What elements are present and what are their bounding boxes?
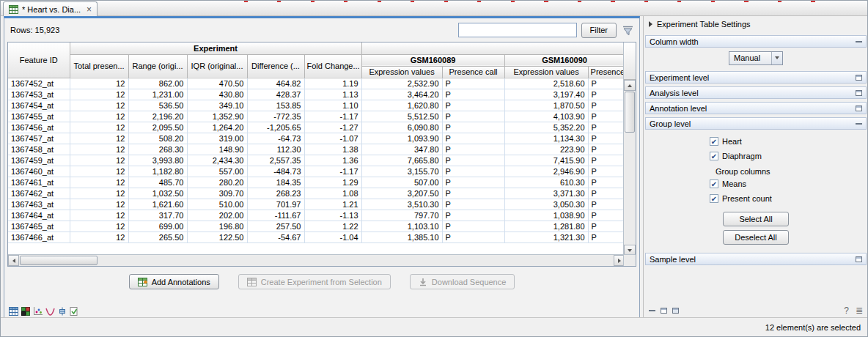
- table-cell: 112.30: [247, 144, 304, 155]
- table-cell: 12: [70, 78, 128, 89]
- volcano-plot-view-icon[interactable]: [45, 307, 55, 316]
- table-row[interactable]: 1367466_at12265.50122.50-54.67-1.041,385…: [8, 232, 625, 242]
- dock-panel-icon[interactable]: [672, 308, 679, 314]
- table-row[interactable]: 1367459_at123,993.802,434.302,557.351.36…: [8, 155, 625, 166]
- checkbox-row[interactable]: ✔Heart: [710, 135, 868, 148]
- table-row[interactable]: 1367454_at12536.50349.10153.851.101,620.…: [8, 100, 625, 111]
- col-header-iqr[interactable]: IQR (original...: [187, 54, 247, 78]
- col-header-presence-call-1[interactable]: Presence call: [442, 66, 504, 78]
- tab-close-icon[interactable]: ×: [87, 6, 92, 13]
- horizontal-scroll-thumb[interactable]: [20, 256, 98, 265]
- vertical-scroll-track[interactable]: [624, 91, 636, 245]
- group-header-gsm160089[interactable]: GSM160089: [361, 54, 504, 66]
- table-row[interactable]: 1367457_at12508.20319.00-64.73-1.071,093…: [8, 133, 625, 144]
- table-action-buttons: Add Annotations Create Experiment from S…: [4, 274, 639, 289]
- col-header-range[interactable]: Range (origi...: [128, 54, 187, 78]
- scroll-left-button[interactable]: [8, 255, 19, 266]
- table-cell: 1367453_at: [8, 89, 70, 100]
- group-header-gsm160090[interactable]: GSM160090: [504, 54, 625, 66]
- scroll-up-button[interactable]: [624, 80, 636, 91]
- filter-input[interactable]: [458, 23, 577, 37]
- expand-section-icon[interactable]: [856, 256, 862, 262]
- select-all-button[interactable]: Select All: [723, 212, 789, 226]
- vertical-scroll-thumb[interactable]: [625, 92, 635, 133]
- box-plot-view-icon[interactable]: [58, 307, 67, 316]
- table-row[interactable]: 1367452_at12862.00470.50464.821.192,532.…: [8, 78, 625, 89]
- col-header-difference[interactable]: Difference (...: [247, 54, 304, 78]
- section-experiment-level[interactable]: Experiment level: [645, 71, 867, 84]
- checkbox[interactable]: ✔: [710, 194, 718, 203]
- table-cell: 12: [70, 166, 128, 177]
- collapse-section-icon[interactable]: [856, 41, 862, 42]
- expand-section-icon[interactable]: [856, 75, 862, 81]
- tab-heart-vs-diaphragm[interactable]: * Heart vs. Dia... ×: [3, 1, 98, 16]
- checkbox[interactable]: ✔: [710, 137, 718, 146]
- side-panel-manager-icon[interactable]: ≣: [856, 305, 863, 316]
- checkbox-row[interactable]: ✔Means: [710, 177, 868, 190]
- checkbox[interactable]: ✔: [710, 179, 718, 188]
- scatter-plot-view-icon[interactable]: [33, 307, 43, 316]
- table-row[interactable]: 1367461_at12485.70280.20184.351.29507.00…: [8, 177, 625, 188]
- section-annotation-level[interactable]: Annotation level: [645, 102, 867, 114]
- rows-count-label: Rows: 15,923: [10, 26, 59, 34]
- section-analysis-level[interactable]: Analysis level: [645, 86, 867, 99]
- side-panel-header[interactable]: Experiment Table Settings: [644, 16, 868, 32]
- table-cell: P: [442, 232, 504, 242]
- expand-section-icon[interactable]: [856, 90, 862, 96]
- horizontal-scroll-track[interactable]: [19, 255, 614, 266]
- table-cell: 12: [70, 144, 128, 155]
- deselect-all-button[interactable]: Deselect All: [723, 230, 789, 245]
- filter-button[interactable]: Filter: [581, 23, 617, 38]
- annotation-view-icon[interactable]: [70, 307, 78, 316]
- heat-map-view-icon[interactable]: [21, 307, 30, 316]
- table-cell: 268.30: [128, 144, 187, 155]
- help-icon[interactable]: ?: [844, 305, 849, 316]
- side-panel-footer: ? ≣: [649, 305, 863, 316]
- table-row[interactable]: 1367453_at121,231.00430.80428.371.133,46…: [8, 89, 625, 100]
- table-cell: P: [588, 133, 625, 144]
- collapse-section-icon[interactable]: [856, 123, 862, 125]
- table-row[interactable]: 1367462_at121,032.50309.70268.231.083,20…: [8, 188, 625, 199]
- col-header-expression-values-1[interactable]: Expression values: [361, 66, 442, 78]
- group-header-experiment[interactable]: Experiment: [70, 42, 361, 54]
- table-viewport: Feature ID Experiment Total presen... Ra…: [8, 42, 625, 255]
- table-row[interactable]: 1367458_at12268.30148.90112.301.38347.80…: [8, 144, 625, 155]
- col-header-presence-call-2[interactable]: Presence call: [588, 66, 625, 78]
- table-row[interactable]: 1367455_at122,196.201,352.90-772.35-1.17…: [8, 111, 625, 122]
- table-cell: 1367456_at: [8, 122, 70, 133]
- create-experiment-button[interactable]: Create Experiment from Selection: [238, 274, 391, 289]
- table-cell: P: [442, 89, 504, 100]
- col-header-expression-values-2[interactable]: Expression values: [504, 66, 588, 78]
- section-label: Annotation level: [650, 104, 856, 113]
- column-width-dropdown[interactable]: Manual: [729, 51, 783, 65]
- collapse-all-icon[interactable]: [649, 310, 655, 311]
- float-panel-icon[interactable]: [661, 308, 667, 314]
- checkbox-row[interactable]: ✔Diaphragm: [710, 149, 868, 163]
- experiment-table-icon: [9, 5, 18, 14]
- expand-section-icon[interactable]: [856, 105, 862, 111]
- add-annotations-button[interactable]: Add Annotations: [129, 274, 219, 289]
- table-row[interactable]: 1367464_at12317.70202.00-111.67-1.13797.…: [8, 210, 625, 221]
- table-cell: 12: [70, 155, 128, 166]
- vertical-scrollbar[interactable]: [623, 42, 636, 256]
- section-column-width[interactable]: Column width: [645, 35, 867, 48]
- section-sample-level[interactable]: Sample level: [645, 253, 867, 265]
- horizontal-scrollbar[interactable]: [8, 254, 625, 266]
- table-view-icon[interactable]: [9, 307, 18, 316]
- column-width-content: Manual: [644, 48, 868, 68]
- create-experiment-label: Create Experiment from Selection: [261, 278, 382, 286]
- application-window: * Heart vs. Dia... × Rows: 15,923 Filter: [0, 0, 868, 337]
- col-header-fold-change[interactable]: Fold Change...: [304, 54, 361, 78]
- advanced-filter-icon[interactable]: [622, 26, 633, 35]
- col-header-total-present[interactable]: Total presen...: [70, 54, 128, 78]
- table-cell: 6,090.80: [361, 122, 442, 133]
- table-row[interactable]: 1367463_at121,621.60510.00701.971.213,51…: [8, 199, 625, 210]
- table-row[interactable]: 1367456_at122,095.501,264.20-1,205.65-1.…: [8, 122, 625, 133]
- col-header-feature-id[interactable]: Feature ID: [8, 42, 70, 78]
- checkbox[interactable]: ✔: [710, 152, 718, 160]
- table-row[interactable]: 1367460_at121,182.80557.00-484.73-1.173,…: [8, 166, 625, 177]
- table-row[interactable]: 1367465_at12699.00196.80257.501.221,103.…: [8, 221, 625, 232]
- section-group-level[interactable]: Group level: [645, 117, 867, 130]
- download-sequence-button[interactable]: Download Sequence: [410, 274, 515, 289]
- checkbox-row[interactable]: ✔Present count: [710, 192, 868, 205]
